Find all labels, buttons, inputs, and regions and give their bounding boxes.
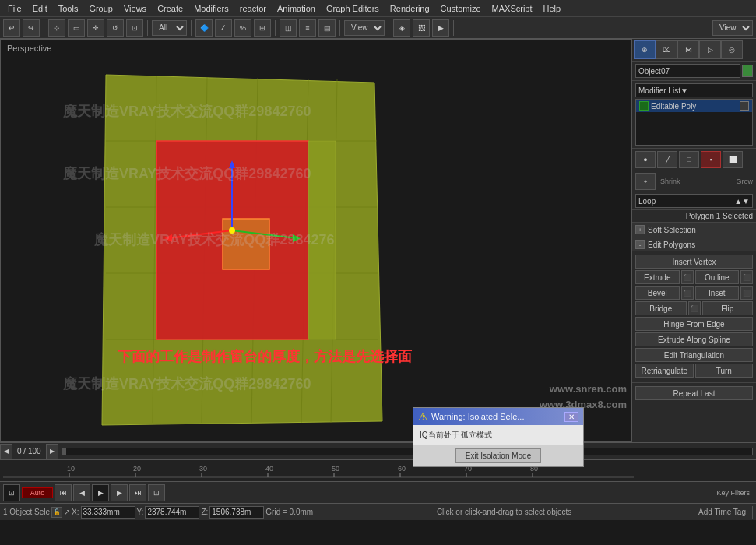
timeline-track[interactable] — [62, 448, 753, 455]
menu-animation[interactable]: Animation — [273, 2, 320, 15]
align-btn[interactable]: ≡ — [299, 19, 316, 37]
menu-tools[interactable]: Tools — [54, 2, 83, 15]
bridge-btn[interactable]: Bridge — [635, 301, 687, 315]
anim-frame-type[interactable]: ⊡ — [148, 484, 165, 501]
y-value-input[interactable] — [145, 506, 199, 519]
retriangulate-btn[interactable]: Retriangulate — [635, 364, 694, 378]
modifier-checkbox[interactable] — [639, 101, 649, 111]
inset-settings[interactable]: ⬛ — [740, 286, 753, 300]
viewport[interactable]: Perspective 魔天制造VRAY技术交流QQ群29842760 魔天制造… — [0, 39, 631, 442]
menu-views[interactable]: Views — [119, 2, 151, 15]
modifier-item-editable-poly[interactable]: Editable Poly — [636, 100, 752, 112]
scale-btn[interactable]: ⊡ — [126, 19, 143, 37]
grow-btn[interactable]: + — [635, 173, 656, 190]
move-btn[interactable]: ✛ — [87, 19, 104, 37]
svg-text:50: 50 — [332, 465, 339, 473]
redo-btn[interactable]: ↪ — [23, 19, 40, 37]
menu-customize[interactable]: Customize — [436, 2, 486, 15]
menu-help[interactable]: Help — [539, 2, 566, 15]
menu-maxscript[interactable]: MAXScript — [487, 2, 537, 15]
timeline-prev[interactable]: ◀ — [0, 444, 12, 459]
viewport-type-dropdown[interactable]: View — [712, 20, 753, 36]
edit-polygons-header[interactable]: - Edit Polygons — [632, 237, 756, 251]
rp-tab-create[interactable]: ⊕ — [634, 40, 656, 59]
snap-toggle[interactable]: 🔷 — [195, 19, 213, 37]
anim-prev-frame[interactable]: ◀ — [73, 484, 90, 501]
menu-modifiers[interactable]: Modifiers — [189, 2, 234, 15]
bridge-settings[interactable]: ⬛ — [688, 301, 701, 315]
timeline-next[interactable]: ▶ — [46, 444, 58, 459]
select-region-btn[interactable]: ▭ — [68, 19, 85, 37]
subobj-border[interactable]: □ — [679, 151, 699, 168]
soft-sel-expand-btn[interactable]: + — [635, 225, 645, 234]
timeline-thumb[interactable] — [62, 448, 66, 455]
hinge-from-edge-btn[interactable]: Hinge From Edge — [635, 317, 753, 331]
render-setup-btn[interactable]: 🖼 — [413, 19, 430, 37]
svg-text:20: 20 — [133, 465, 141, 473]
loop-dropdown[interactable]: Loop ▲▼ — [635, 194, 753, 208]
rp-tab-display[interactable]: ◎ — [721, 40, 743, 59]
grid-label: Grid = 0.0mm — [265, 508, 313, 516]
material-editor-btn[interactable]: ◈ — [393, 19, 410, 37]
angle-snap[interactable]: ∠ — [215, 19, 232, 37]
edit-poly-expand-btn[interactable]: - — [635, 240, 645, 249]
anim-play-back[interactable]: ⏮ — [55, 484, 72, 501]
object-name-input[interactable] — [635, 64, 740, 78]
soft-selection-header[interactable]: + Soft Selection — [632, 223, 756, 237]
rp-tab-modify[interactable]: ⌧ — [656, 40, 677, 59]
bevel-settings[interactable]: ⬛ — [681, 286, 694, 300]
move-icon-label: ↗ — [64, 508, 70, 516]
outline-settings[interactable]: ⬛ — [740, 270, 753, 284]
extrude-btn[interactable]: Extrude — [635, 270, 680, 284]
subobj-polygon[interactable]: ▪ — [701, 151, 721, 168]
select-filter-dropdown[interactable]: All — [152, 20, 187, 36]
flip-btn[interactable]: Flip — [702, 301, 754, 315]
render-type-dropdown[interactable]: View — [344, 20, 385, 36]
rp-tab-motion[interactable]: ▷ — [699, 40, 721, 59]
mirror-btn[interactable]: ◫ — [280, 19, 297, 37]
insert-vertex-btn[interactable]: Insert Vertex — [635, 255, 753, 269]
lock-icon[interactable]: 🔒 — [51, 507, 62, 518]
outline-btn[interactable]: Outline — [695, 270, 740, 284]
menu-bar: File Edit Tools Group Views Create Modif… — [0, 0, 756, 17]
menu-graph-editors[interactable]: Graph Editors — [322, 2, 384, 15]
rotate-btn[interactable]: ↺ — [107, 19, 124, 37]
quick-render-btn[interactable]: ▶ — [432, 19, 449, 37]
exit-isolation-mode-btn[interactable]: Exit Isolation Mode — [455, 448, 542, 463]
menu-edit[interactable]: Edit — [28, 2, 52, 15]
shrink-label: Shrink — [659, 178, 733, 185]
menu-reactor[interactable]: reactor — [235, 2, 271, 15]
extrude-settings[interactable]: ⬛ — [681, 270, 694, 284]
anim-next-frame[interactable]: ▶ — [111, 484, 128, 501]
extrude-along-spline-btn[interactable]: Extrude Along Spline — [635, 332, 753, 346]
bevel-btn[interactable]: Bevel — [635, 286, 680, 300]
turn-btn[interactable]: Turn — [695, 364, 754, 378]
repeat-last-btn[interactable]: Repeat Last — [635, 386, 753, 400]
x-value-input[interactable] — [81, 506, 135, 519]
anim-play[interactable]: ▶ — [92, 484, 109, 501]
edit-triangulation-btn[interactable]: Edit Triangulation — [635, 348, 753, 362]
select-btn[interactable]: ⊹ — [48, 19, 65, 37]
subobj-element[interactable]: ⬜ — [723, 151, 743, 168]
auto-key-btn[interactable]: Auto — [22, 487, 53, 498]
modifier-list-dropdown[interactable]: Modifier List ▼ — [635, 83, 753, 97]
undo-btn[interactable]: ↩ — [3, 19, 20, 37]
inset-btn[interactable]: Inset — [695, 286, 740, 300]
warning-close-btn[interactable]: ✕ — [564, 412, 578, 422]
add-time-tag-btn[interactable]: Add Time Tag — [695, 508, 749, 516]
warning-title-content: ⚠ Warning: Isolated Sele... — [418, 410, 524, 423]
menu-create[interactable]: Create — [153, 2, 188, 15]
menu-group[interactable]: Group — [84, 2, 118, 15]
percent-snap[interactable]: % — [234, 19, 251, 37]
rp-tab-hierarchy[interactable]: ⋈ — [677, 40, 699, 59]
spinner-snap[interactable]: ⊞ — [254, 19, 271, 37]
menu-file[interactable]: File — [3, 2, 26, 15]
layer-btn[interactable]: ▤ — [318, 19, 336, 37]
subobj-vertex[interactable]: ● — [635, 151, 656, 168]
z-value-input[interactable] — [209, 506, 264, 519]
menu-rendering[interactable]: Rendering — [385, 2, 434, 15]
anim-key-mode[interactable]: ⊡ — [3, 484, 20, 501]
object-color-box[interactable] — [742, 65, 753, 77]
subobj-edge[interactable]: ╱ — [657, 151, 677, 168]
anim-play-forward[interactable]: ⏭ — [129, 484, 146, 501]
